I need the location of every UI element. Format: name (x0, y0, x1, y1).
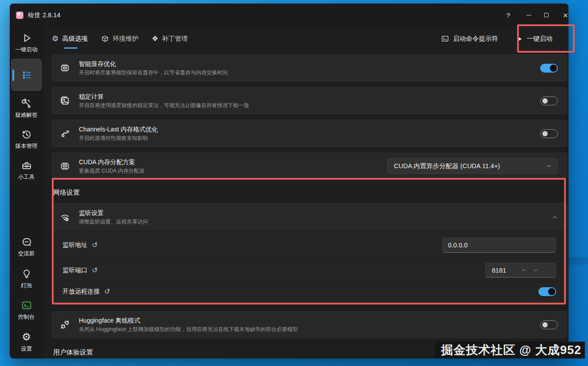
play-icon (516, 35, 523, 42)
sidebar-item-label: 控制台 (18, 313, 35, 321)
setting-title: 监听设置 (79, 209, 552, 217)
sidebar-item-widgets[interactable]: 小工具 (10, 159, 43, 181)
listen-address-row: 监听地址 ↺ (52, 231, 567, 259)
history-icon (20, 128, 32, 140)
launch-terminal-button[interactable]: 启动命令提示符 (441, 35, 498, 43)
toggle-knob (550, 65, 557, 72)
one-click-launch-label: 一键启动 (527, 35, 553, 43)
increment-button[interactable] (518, 265, 530, 276)
setting-title: CUDA 内存分配方案 (79, 158, 387, 166)
tab-bar: ⚙ 高级选项 环境维护 ❖ 补丁管理 (43, 27, 569, 51)
chevron-up-icon (521, 268, 526, 273)
vram-optimization-toggle[interactable] (540, 64, 558, 73)
sidebar-item-settings[interactable]: ⚙ 设置 (10, 331, 43, 353)
listen-settings-expander: 监听设置 调整监听设置、远程共享访问 监听地址 ↺ 监听端口 ↺ (52, 203, 567, 302)
gear-icon: ⚙ (20, 331, 32, 343)
setting-description: 调整监听设置、远程共享访问 (79, 218, 552, 225)
tools-icon (20, 97, 32, 109)
remote-connection-label: 开放远程连接 (62, 288, 100, 296)
chip-icon (59, 62, 79, 73)
reset-icon[interactable]: ↺ (104, 288, 110, 295)
toggle-knob (542, 131, 548, 136)
tab-label: 高级选项 (62, 35, 88, 43)
terminal-icon (20, 299, 32, 311)
settings-list: 智能显存优化 开启时将尽量将模型保留在显存中，以节省显存与内存交换时间 稳定计 (43, 51, 569, 358)
sidebar-item-label: 灯泡 (21, 282, 32, 289)
toggle-knob (542, 322, 548, 327)
reset-icon[interactable]: ↺ (92, 267, 97, 274)
listen-port-input[interactable] (487, 267, 518, 274)
close-icon: × (563, 11, 568, 19)
setting-title: 稳定计算 (79, 92, 540, 101)
maximize-button[interactable] (539, 8, 554, 22)
sidebar-item-launch[interactable]: 一键启动 (10, 32, 43, 54)
setting-description: 开启时将尽量将模型保留在显存中，以节省显存与内存交换时间 (79, 69, 540, 76)
decrement-button[interactable] (530, 265, 541, 276)
watermark-text: 掘金技术社区 @ 大成952 (435, 342, 585, 358)
close-button[interactable]: × (558, 8, 573, 22)
stable-compute-toggle[interactable] (540, 96, 558, 105)
section-header-network: 网络设置 (53, 189, 567, 196)
setting-row-stable-compute: 稳定计算 开启后将使用速度较慢的稳定算法，可能无法让图像在所有情况下都一致 (52, 87, 567, 114)
minimize-icon (526, 15, 531, 15)
setting-title: Huggingface 离线模式 (79, 316, 540, 325)
trend-check-icon (59, 128, 79, 139)
remote-connection-toggle[interactable] (538, 287, 556, 296)
setting-row-huggingface-offline: Huggingface 离线模式 关闭从 Huggingface 上联网加载模型… (52, 311, 567, 338)
listen-port-row: 监听端口 ↺ (52, 259, 567, 281)
sidebar-item-label: 交流群 (18, 250, 35, 258)
sidebar-item-console[interactable]: 控制台 (10, 299, 43, 321)
sidebar-item-troubleshoot[interactable]: 疑难解答 (10, 97, 43, 119)
sidebar-item-settings-list[interactable] (11, 59, 42, 91)
tabbar-actions: 启动命令提示符 一键启动 (441, 35, 563, 43)
sidebar-item-community[interactable]: 交流群 (10, 236, 43, 258)
cuda-allocator-select[interactable]: CUDA 内置异步分配器 (CUDA 11.4+) (387, 158, 558, 174)
help-button[interactable]: ? (501, 8, 516, 22)
chevron-down-icon (546, 163, 552, 169)
sidebar-item-label: 疑难解答 (16, 112, 38, 119)
toolbox-icon (20, 159, 32, 171)
titlebar[interactable]: 绘世 2.8.14 ? × (10, 4, 569, 27)
tab-label: 环境维护 (113, 35, 138, 43)
toggle-knob (542, 98, 548, 104)
image-icon (59, 95, 79, 106)
chevron-up-icon[interactable] (552, 214, 558, 220)
window-title: 绘世 2.8.14 (28, 11, 60, 19)
chevron-down-icon (533, 268, 538, 273)
listen-address-label: 监听地址 (62, 241, 87, 249)
listen-address-input[interactable] (442, 238, 556, 253)
wifi-gear-icon (59, 212, 79, 223)
package-icon (101, 35, 109, 43)
setting-description: 关闭从 Huggingface 上联网加载模型的功能，启用后将无法在线下载本地缺… (79, 326, 540, 333)
setting-row-channels-last: Channels-Last 内存格式优化 开启此选项对性能有未知影响 (52, 120, 567, 147)
plug-disconnected-icon (59, 319, 79, 330)
tab-environment[interactable]: 环境维护 (101, 35, 138, 43)
reset-icon[interactable]: ↺ (92, 242, 97, 249)
tab-label: 补丁管理 (162, 35, 188, 43)
tab-patch-manager[interactable]: ❖ 补丁管理 (152, 35, 187, 43)
selected-option: CUDA 内置异步分配器 (CUDA 11.4+) (394, 162, 546, 170)
main-pane: ⚙ 高级选项 环境维护 ❖ 补丁管理 (43, 27, 569, 358)
maximize-icon (544, 13, 549, 17)
listen-port-stepper[interactable] (485, 263, 556, 277)
sidebar-item-tips[interactable]: 灯泡 (10, 268, 43, 289)
setting-description: 更换底层 CUDA 内存分配器 (79, 167, 387, 174)
setting-row-cuda-allocator: CUDA 内存分配方案 更换底层 CUDA 内存分配器 CUDA 内置异步分配器… (52, 153, 567, 179)
gear-icon: ⚙ (52, 35, 58, 42)
huggingface-offline-toggle[interactable] (540, 320, 558, 329)
desktop-wallpaper-stripe (568, 257, 588, 265)
list-icon (20, 69, 32, 81)
sidebar-item-label: 版本管理 (16, 143, 38, 150)
minimize-button[interactable] (521, 8, 536, 22)
setting-row-vram-optimization: 智能显存优化 开启时将尽量将模型保留在显存中，以节省显存与内存交换时间 (52, 54, 567, 81)
channels-last-toggle[interactable] (540, 129, 558, 138)
setting-description: 开启后将使用速度较慢的稳定算法，可能无法让图像在所有情况下都一致 (79, 102, 540, 109)
sidebar-item-label: 一键启动 (16, 46, 38, 54)
tab-advanced-options[interactable]: ⚙ 高级选项 (52, 35, 88, 43)
sidebar: 一键启动 (10, 27, 43, 358)
listen-settings-header[interactable]: 监听设置 调整监听设置、远程共享访问 (52, 204, 567, 231)
one-click-launch-button[interactable]: 一键启动 (516, 35, 556, 43)
sidebar-item-versions[interactable]: 版本管理 (10, 128, 43, 150)
setting-description: 开启此选项对性能有未知影响 (79, 135, 540, 142)
lightbulb-icon (20, 268, 32, 280)
